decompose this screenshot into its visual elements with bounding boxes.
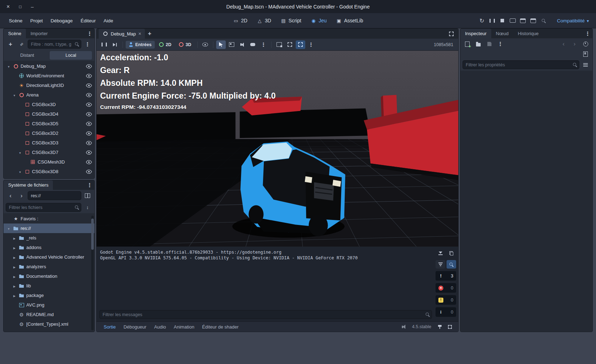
message-filter-input[interactable] (99, 310, 432, 319)
scene-options-icon[interactable] (83, 40, 92, 49)
object-history-icon[interactable] (581, 40, 590, 48)
property-options-icon[interactable] (581, 61, 590, 69)
search-log-icon[interactable] (447, 260, 456, 269)
file-tree-row[interactable]: Advanced Vehicle Controller (4, 252, 94, 262)
expand-arrow-icon[interactable] (12, 93, 17, 97)
expand-arrow-icon[interactable] (18, 150, 22, 155)
new-tab-icon[interactable] (145, 29, 154, 38)
visibility-eye-icon[interactable] (86, 160, 92, 164)
history-back-icon[interactable] (559, 40, 568, 48)
visibility-eye-icon[interactable] (86, 93, 92, 97)
log-counter[interactable]: 0 (436, 283, 456, 293)
file-tree-row[interactable]: package (4, 291, 94, 300)
scene-tree-row[interactable]: CSGBox3D5 (4, 119, 94, 128)
inputs-toggle-button[interactable]: Entrées (126, 41, 155, 49)
expand-arrow-icon[interactable] (12, 264, 17, 269)
file-tree-row[interactable]: README.md (4, 310, 94, 319)
menu-item[interactable]: Projet (26, 16, 47, 25)
expand-arrow-icon[interactable] (12, 236, 17, 240)
dock-menu-icon[interactable] (85, 29, 94, 38)
embed-game-icon[interactable] (296, 40, 305, 49)
save-resource-icon[interactable] (485, 40, 494, 48)
split-view-icon[interactable] (83, 192, 92, 200)
select-mode-icon[interactable] (216, 40, 226, 49)
visibility-eye-icon[interactable] (86, 141, 92, 145)
visibility-eye-icon[interactable] (86, 150, 92, 155)
instance-scene-icon[interactable] (17, 40, 26, 49)
visibility-eye-icon[interactable] (86, 83, 92, 88)
visibility-options-icon[interactable] (201, 40, 210, 49)
bottom-tab[interactable]: Éditeur de shader (198, 323, 242, 331)
log-counter[interactable]: 0 (436, 295, 456, 305)
bottom-tab[interactable]: Animation (170, 323, 198, 331)
nav-forward-icon[interactable] (17, 192, 26, 200)
visibility-eye-icon[interactable] (86, 64, 92, 68)
game-viewport[interactable]: Acceleration: -1.0Gear: RAbsolute RPM: 1… (97, 51, 458, 247)
dock-menu-icon[interactable] (583, 29, 592, 38)
remote-window-icon[interactable] (508, 16, 518, 25)
debug-options-icon[interactable] (259, 40, 268, 49)
visibility-eye-icon[interactable] (86, 131, 92, 136)
workspace-tab[interactable]: Jeu (307, 16, 331, 25)
history-forward-icon[interactable] (570, 40, 579, 48)
expand-arrow-icon[interactable] (18, 169, 22, 174)
visibility-eye-icon[interactable] (86, 112, 92, 116)
filesystem-tab[interactable]: Système de fichiers (4, 180, 53, 190)
open-scene-tab[interactable]: Debug_Map (99, 29, 145, 39)
expand-editor-icon[interactable] (447, 29, 456, 38)
scene-tree-row[interactable]: WorldEnvironment (4, 71, 94, 81)
local-tab[interactable]: Local (50, 51, 92, 60)
visibility-eye-icon[interactable] (86, 103, 92, 107)
mute-sound-icon[interactable] (399, 322, 409, 331)
stop-scene-icon[interactable] (498, 16, 507, 25)
expand-arrow-icon[interactable] (6, 64, 11, 68)
maximize-window-icon[interactable] (18, 4, 23, 9)
open-documentation-icon[interactable] (581, 50, 590, 58)
expand-arrow-icon[interactable] (12, 255, 17, 259)
dock-tab[interactable]: Inspecteur (460, 29, 491, 38)
save-log-icon[interactable] (436, 249, 445, 258)
scene-tree-row[interactable]: Debug_Map (4, 61, 94, 71)
workspace-tab[interactable]: 3D (253, 16, 275, 25)
workspace-tab[interactable]: Script (277, 16, 305, 25)
gamepad-icon[interactable] (248, 40, 258, 49)
remote-tab[interactable]: Distant (6, 51, 48, 60)
scene-tree-row[interactable]: CSGBox3D7 (4, 148, 94, 157)
menu-item[interactable]: Débogage (47, 16, 77, 25)
next-frame-icon[interactable] (110, 40, 120, 49)
close-window-icon[interactable] (6, 4, 11, 10)
movie-writer-icon[interactable] (518, 16, 528, 25)
camera-2d-button[interactable]: 2D (156, 41, 175, 49)
dock-tab[interactable]: Nœud (491, 29, 513, 38)
pin-panel-icon[interactable] (435, 322, 444, 331)
dock-tab[interactable]: Scène (4, 29, 26, 38)
dock-tab[interactable]: Importer (26, 29, 52, 38)
movie-maker-icon[interactable] (529, 16, 538, 25)
visibility-eye-icon[interactable] (86, 122, 92, 126)
scene-tree-row[interactable]: CSGBox3D8 (4, 167, 94, 176)
file-tree-row[interactable]: _rels (4, 233, 94, 243)
current-path-input[interactable] (28, 191, 81, 200)
visibility-eye-icon[interactable] (86, 74, 92, 78)
expand-arrow-icon[interactable] (12, 283, 17, 288)
file-filter-input[interactable] (6, 203, 81, 212)
log-counter[interactable]: 3 (436, 271, 456, 281)
file-tree-row[interactable]: res:// (4, 224, 94, 233)
menu-item[interactable]: Scène (5, 16, 26, 25)
pause-game-icon[interactable] (99, 40, 109, 49)
file-tree-row[interactable]: analyzers (4, 262, 94, 271)
expand-arrow-icon[interactable] (6, 226, 11, 231)
new-resource-icon[interactable] (463, 40, 472, 48)
bottom-tab[interactable]: Audio (151, 323, 169, 331)
audio-mute-icon[interactable] (237, 40, 247, 49)
add-node-icon[interactable] (6, 40, 15, 49)
dock-tab[interactable]: Historique (513, 29, 543, 38)
sort-files-icon[interactable] (83, 203, 92, 212)
copy-log-icon[interactable] (447, 249, 456, 258)
quick-search-icon[interactable] (539, 16, 548, 25)
dock-menu-icon[interactable] (85, 181, 94, 189)
camera-3d-button[interactable]: 3D (176, 41, 195, 49)
scene-filter-input[interactable] (28, 40, 81, 49)
resource-options-icon[interactable] (496, 40, 505, 48)
fullscreen-icon[interactable] (285, 40, 295, 49)
